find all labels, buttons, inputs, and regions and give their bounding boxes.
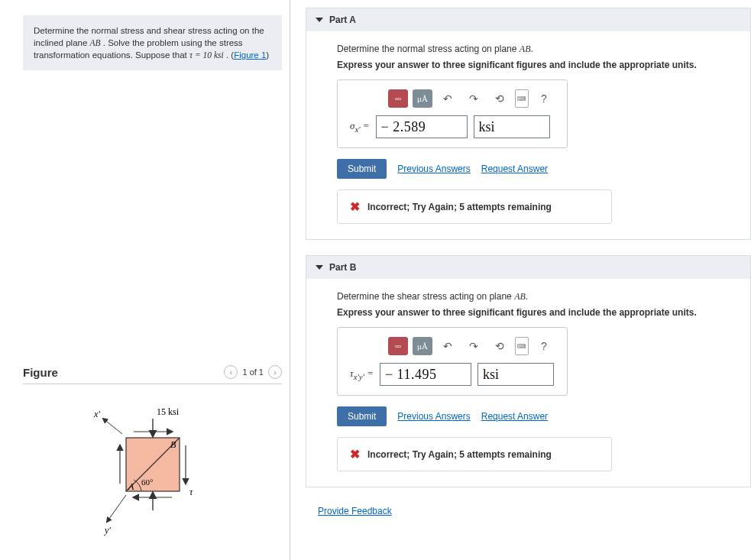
submit-button[interactable]: Submit bbox=[337, 406, 387, 426]
fig-x: x' bbox=[93, 409, 100, 419]
part-b: Part B Determine the shear stress acting… bbox=[306, 255, 751, 487]
part-a-header[interactable]: Part A bbox=[306, 8, 750, 31]
part-a: Part A Determine the normal stress actin… bbox=[306, 8, 751, 240]
fig-A: A bbox=[128, 481, 134, 492]
part-a-answer-box: ▫▫ μÅ ↶ ↷ ⟲ ⌨ ? σx' = bbox=[337, 79, 568, 148]
part-b-toolbar: ▫▫ μÅ ↶ ↷ ⟲ ⌨ ? bbox=[388, 337, 555, 355]
keyboard-icon[interactable]: ⌨ bbox=[515, 89, 529, 108]
part-b-question: Determine the shear stress acting on pla… bbox=[337, 291, 732, 303]
part-a-instruction: Express your answer to three significant… bbox=[337, 60, 732, 70]
part-a-question: Determine the normal stress acting on pl… bbox=[337, 44, 732, 55]
svg-line-8 bbox=[103, 419, 122, 434]
pager-next-button[interactable]: › bbox=[268, 365, 282, 379]
undo-icon[interactable]: ↶ bbox=[437, 89, 458, 108]
reset-icon[interactable]: ⟲ bbox=[489, 89, 510, 108]
part-b-units-input[interactable] bbox=[477, 363, 554, 386]
caret-down-icon bbox=[316, 265, 323, 270]
incorrect-icon: ✖ bbox=[350, 199, 360, 214]
part-a-title: Part A bbox=[329, 15, 356, 25]
incorrect-icon: ✖ bbox=[350, 447, 360, 461]
caret-down-icon bbox=[316, 18, 323, 22]
request-answer-link[interactable]: Request Answer bbox=[481, 411, 548, 422]
fig-angle: 60° bbox=[141, 477, 153, 487]
prompt-tau: τ = 10 ksi bbox=[189, 50, 224, 60]
part-b-answer-box: ▫▫ μÅ ↶ ↷ ⟲ ⌨ ? τx'y' = bbox=[337, 327, 568, 396]
part-a-units-input[interactable] bbox=[474, 115, 550, 138]
fig-tau: τ bbox=[189, 487, 193, 497]
part-a-variable: σx' = bbox=[350, 120, 370, 134]
part-a-feedback-text: Incorrect; Try Again; 5 attempts remaini… bbox=[367, 202, 552, 212]
request-answer-link[interactable]: Request Answer bbox=[481, 163, 548, 174]
part-a-toolbar: ▫▫ μÅ ↶ ↷ ⟲ ⌨ ? bbox=[388, 89, 555, 108]
figure-section: Figure ‹ 1 of 1 › 60° A B bbox=[23, 365, 282, 552]
figure-diagram: 60° A B 15 ksi τ x' y' bbox=[80, 392, 225, 552]
part-b-header[interactable]: Part B bbox=[306, 256, 750, 279]
fig-B: B bbox=[170, 439, 176, 450]
redo-icon[interactable]: ↷ bbox=[463, 89, 484, 108]
redo-icon[interactable]: ↷ bbox=[463, 337, 484, 355]
figure-link[interactable]: Figure 1 bbox=[234, 50, 266, 60]
fig-y: y' bbox=[104, 525, 111, 536]
templates-button[interactable]: ▫▫ bbox=[388, 337, 408, 355]
previous-answers-link[interactable]: Previous Answers bbox=[397, 411, 470, 422]
prompt-text-after: . ( bbox=[226, 50, 234, 60]
part-a-feedback: ✖ Incorrect; Try Again; 5 attempts remai… bbox=[337, 189, 612, 224]
prompt-plane: AB bbox=[90, 38, 101, 47]
figure-header: Figure ‹ 1 of 1 › bbox=[23, 365, 282, 384]
submit-button[interactable]: Submit bbox=[337, 159, 387, 179]
part-b-feedback-text: Incorrect; Try Again; 5 attempts remaini… bbox=[367, 449, 552, 460]
keyboard-icon[interactable]: ⌨ bbox=[515, 337, 529, 355]
part-b-value-input[interactable] bbox=[380, 363, 471, 386]
problem-prompt: Determine the normal stress and shear st… bbox=[23, 15, 282, 70]
part-b-instruction: Express your answer to three significant… bbox=[337, 307, 732, 318]
part-b-feedback: ✖ Incorrect; Try Again; 5 attempts remai… bbox=[337, 437, 612, 471]
reset-icon[interactable]: ⟲ bbox=[489, 337, 510, 355]
part-a-actions: Submit Previous Answers Request Answer bbox=[337, 159, 732, 179]
figure-pager: ‹ 1 of 1 › bbox=[224, 365, 282, 379]
help-icon[interactable]: ? bbox=[533, 337, 555, 355]
provide-feedback-link[interactable]: Provide Feedback bbox=[318, 506, 392, 516]
figure-title: Figure bbox=[23, 366, 58, 379]
units-button[interactable]: μÅ bbox=[413, 89, 432, 108]
help-icon[interactable]: ? bbox=[533, 89, 555, 108]
undo-icon[interactable]: ↶ bbox=[437, 337, 458, 355]
part-a-value-input[interactable] bbox=[376, 115, 468, 138]
fig-top-label: 15 ksi bbox=[157, 406, 180, 417]
part-b-variable: τx'y' = bbox=[350, 367, 374, 381]
right-column: Part A Determine the normal stress actin… bbox=[290, 0, 751, 560]
left-column: Determine the normal stress and shear st… bbox=[0, 0, 290, 560]
pager-label: 1 of 1 bbox=[242, 367, 264, 377]
svg-line-9 bbox=[107, 495, 126, 522]
part-b-title: Part B bbox=[329, 262, 356, 273]
templates-button[interactable]: ▫▫ bbox=[388, 89, 408, 108]
previous-answers-link[interactable]: Previous Answers bbox=[397, 163, 470, 174]
part-b-actions: Submit Previous Answers Request Answer bbox=[337, 406, 732, 426]
pager-prev-button[interactable]: ‹ bbox=[224, 365, 238, 379]
units-button[interactable]: μÅ bbox=[413, 337, 432, 355]
